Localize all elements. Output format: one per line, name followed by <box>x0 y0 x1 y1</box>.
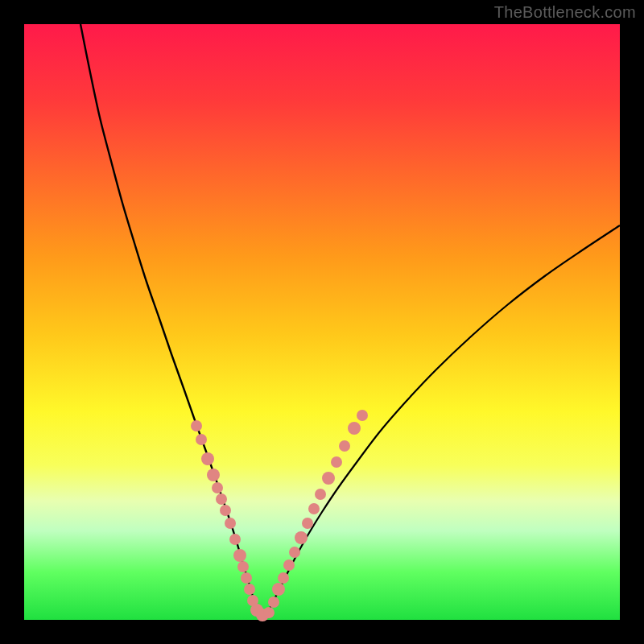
chart-container: TheBottleneck.com <box>0 0 644 644</box>
data-marker <box>207 469 220 481</box>
data-marker <box>272 583 285 596</box>
data-marker <box>201 452 214 465</box>
data-marker <box>357 410 368 421</box>
data-marker <box>237 561 249 572</box>
data-marker <box>268 597 279 608</box>
plot-area <box>24 24 620 620</box>
data-marker <box>244 584 255 595</box>
curve-svg <box>24 24 620 620</box>
data-marker <box>322 472 335 485</box>
data-markers <box>191 410 368 621</box>
data-marker <box>263 607 275 618</box>
data-marker <box>220 505 231 516</box>
data-marker <box>302 518 313 529</box>
data-marker <box>233 549 246 562</box>
data-marker <box>212 482 223 493</box>
data-marker <box>216 493 227 505</box>
data-marker <box>283 559 295 571</box>
data-marker <box>339 440 350 452</box>
data-marker <box>229 534 241 545</box>
data-marker <box>278 572 289 584</box>
watermark-text: TheBottleneck.com <box>494 3 636 22</box>
data-marker <box>196 434 207 445</box>
data-marker <box>308 503 320 514</box>
data-marker <box>331 456 342 468</box>
data-marker <box>295 531 308 544</box>
data-marker <box>315 489 326 500</box>
data-marker <box>241 572 252 584</box>
data-marker <box>191 420 202 431</box>
data-marker <box>289 547 300 558</box>
data-marker <box>225 518 236 529</box>
data-marker <box>348 422 361 435</box>
right-branch-curve <box>266 225 620 616</box>
